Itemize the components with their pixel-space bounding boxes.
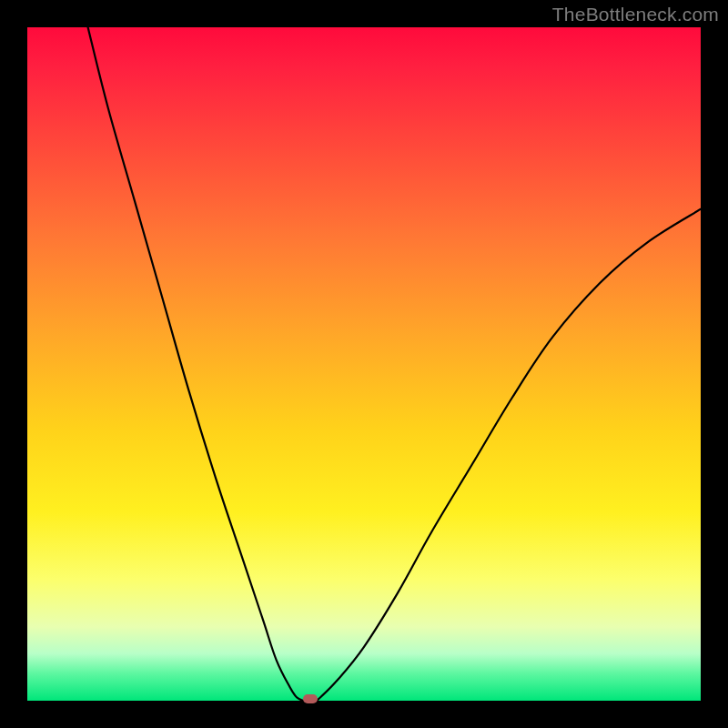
curve-left (88, 27, 318, 701)
curve-right (317, 209, 701, 701)
optimal-marker (303, 694, 318, 703)
plot-area (27, 27, 701, 701)
bottleneck-curve (27, 27, 701, 701)
watermark-text: TheBottleneck.com (552, 4, 719, 25)
chart-frame: TheBottleneck.com (0, 0, 728, 728)
